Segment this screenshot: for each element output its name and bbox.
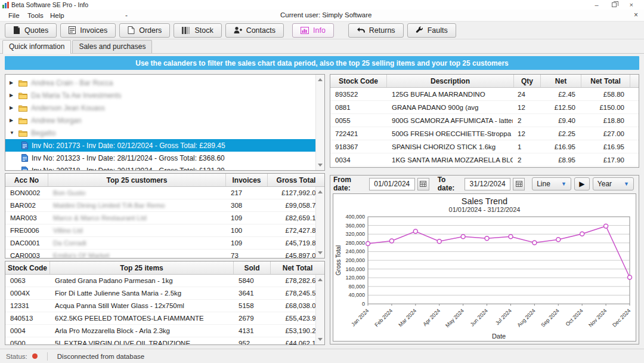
customer-folder-name: Da Maria Ta Aw Investments [31,91,122,100]
table-scrollbar[interactable] [315,187,324,258]
table-row[interactable]: DAC0001Da Corradi109£45,719.87 [5,237,324,250]
data-point [580,232,584,236]
tree-folder-row[interactable]: ▼Begatto [5,127,324,139]
cell-invoices: 109 [226,214,268,222]
table-row[interactable]: 05005L EXTRA VIRGIN OLIVE OIL TRADIZIONE… [5,337,324,344]
tree-folder-row[interactable]: ▶Anderson Jean Kouass [5,101,324,114]
data-point [461,235,465,239]
column-header-net-total[interactable]: Net Total [581,75,630,87]
menu-tools[interactable]: Tools [25,11,46,20]
tree-scrollbar[interactable] [315,75,324,170]
customer-folder-name: Andrew Morgan [31,116,82,125]
chevron-collapsed-icon[interactable]: ▶ [10,80,18,85]
tab-quick-information[interactable]: Quick information [2,40,71,54]
svg-text:Nov 2024: Nov 2024 [587,307,608,328]
column-header-description[interactable]: Description [387,75,514,87]
scroll-up-button[interactable] [316,187,324,196]
column-header-sold[interactable]: Sold [234,262,271,274]
contacts-button[interactable]: Contacts [225,23,284,38]
refresh-chart-button[interactable]: ▶ [574,177,590,190]
column-header-qty[interactable]: Qty [514,75,541,87]
app-icon [2,2,9,8]
table-row[interactable]: 00341KG SANTA MARIA MOZZARELLA BLOCK - l… [330,153,639,167]
interval-select[interactable]: Year ▼ [593,177,634,190]
close-icon[interactable]: × [630,2,633,8]
invoices-button[interactable]: Invoices [60,23,116,38]
person-plus-icon [234,26,242,34]
to-date-calendar-button[interactable] [513,178,525,190]
table-row[interactable]: MAR003Marco & Marco Restaurant Ltd109£82… [5,212,324,224]
scroll-down-button[interactable] [316,335,324,344]
from-date-input[interactable]: 01/01/2024 [369,178,415,190]
returns-button[interactable]: Returns [348,23,404,38]
column-header-gross-total[interactable]: Gross Total [268,174,324,186]
column-header-invoices[interactable]: Invoices [226,174,268,186]
column-header-stock-code[interactable]: Stock Code [330,75,387,87]
tree-folder-row[interactable]: ▶Da Maria Ta Aw Investments [5,89,324,101]
stock-button[interactable]: Stock [174,23,221,38]
column-header-acc-no[interactable]: Acc No [5,174,48,186]
table-row[interactable]: 918367SPANISH CHORIZO STICK 1.6kg1£16.95… [330,140,639,153]
svg-text:Mar 2024: Mar 2024 [397,307,417,328]
table-row[interactable]: 12331Acqua Panna Still Water Glass - 12x… [5,300,324,312]
chevron-collapsed-icon[interactable]: ▶ [10,105,18,110]
cell-net-total: £16.95 [580,143,629,150]
tree-invoice-row[interactable]: Inv No: 200718 - Inv Date: 20/11/2024 - … [5,164,324,171]
table-row[interactable]: 0004XFior Di Latte Julienne Santa Maria … [5,287,324,300]
menu-help[interactable]: Help [48,11,67,20]
table-row[interactable]: 0063Grated Grana Padano Parmesan - 1kg58… [5,275,324,287]
restore-icon[interactable] [612,2,617,7]
chevron-collapsed-icon[interactable]: ▶ [10,118,18,123]
scroll-down-icon [318,338,323,341]
from-date-calendar-button[interactable] [417,178,430,190]
orders-button[interactable]: Orders [119,23,170,38]
scroll-up-button[interactable] [316,75,324,84]
column-header-stock-code[interactable]: Stock Code [5,262,50,274]
chevron-collapsed-icon[interactable]: ▶ [10,93,18,98]
bar-chart-icon [301,27,309,34]
minimize-icon[interactable]: – [595,2,598,8]
column-header-net-total[interactable]: Net Total [271,262,324,274]
table-row[interactable]: 722421500G FRESH ORECCHIETTE-Stroppa12£2… [330,127,639,140]
folder-icon [18,79,27,87]
table-row[interactable]: 0055900G SCAMORZA AFFUMICATA - latteria … [330,114,639,127]
table-row[interactable]: BON0002Bon Gusto217£127,992.02 [5,187,324,199]
table-row[interactable]: 893522125G BUFALA MARRANDINO24£2.45£58.8… [330,88,639,101]
table-row[interactable]: FRE0006Villino Ltd100£72,427.87 [5,224,324,237]
chart-type-select[interactable]: Line ▼ [532,177,571,190]
close-icon[interactable]: × [634,11,638,19]
chevron-down-icon: ▼ [561,181,566,187]
table-scrollbar[interactable] [315,275,324,344]
table-row[interactable]: 8405136X2.5KG PEELED TOMATOES-LA FIAMMAN… [5,312,324,325]
table-row[interactable]: BAR002Maldini Dining Limited T/A Bar Rem… [5,199,324,212]
tree-invoice-row[interactable]: Inv No: 201323 - Inv Date: 28/11/2024 - … [5,152,324,164]
cell-net-total: £58.80 [580,91,629,98]
info-button[interactable]: Info [292,23,334,38]
invoice-label: Inv No: 201773 - Inv Date: 02/12/2024 - … [32,141,225,150]
cell-net: £12.50 [540,104,580,111]
tab-sales-and-purchases[interactable]: Sales and purchases [72,40,152,53]
tree-folder-row[interactable]: ▶Andrea Crain - Bar Rocca [5,76,324,89]
faults-button[interactable]: Faults [407,23,456,38]
scroll-down-icon [318,164,323,167]
column-header-item-name[interactable]: Top 25 items [50,262,234,274]
column-header-customer-name[interactable]: Top 25 customers [48,174,226,186]
cell-customer-name: Marco & Marco Restaurant Ltd [48,214,226,222]
invoice-label: Inv No: 201323 - Inv Date: 28/11/2024 - … [32,154,225,162]
scroll-down-button[interactable] [316,248,324,257]
scroll-down-button[interactable] [316,161,324,170]
sales-chart-panel: From date: 01/01/2024 To date: 31/12/202… [330,175,639,344]
quotes-button[interactable]: Quotes [5,23,57,38]
tree-invoice-row[interactable]: Inv No: 201773 - Inv Date: 02/12/2024 - … [5,139,324,152]
tree-folder-row[interactable]: ▶Andrew Morgan [5,114,324,127]
to-date-input[interactable]: 31/12/2024 [465,178,510,190]
menu-file[interactable]: File [6,11,22,20]
table-row[interactable]: CAR0003Emilia's Ol' Market73£45,897.08 [5,250,324,258]
table-row[interactable]: 0004Arla Pro Mozzarella Block - Arla 2.3… [5,325,324,337]
scroll-up-button[interactable] [316,275,324,284]
column-header-net[interactable]: Net [541,75,581,87]
chevron-expanded-icon[interactable]: ▼ [10,130,18,136]
svg-text:Jul 2024: Jul 2024 [494,307,513,326]
table-row[interactable]: 0881 GRANA PADANO 900g (avg12£12.50£150.… [330,101,639,114]
chart-type-value: Line [537,180,550,188]
